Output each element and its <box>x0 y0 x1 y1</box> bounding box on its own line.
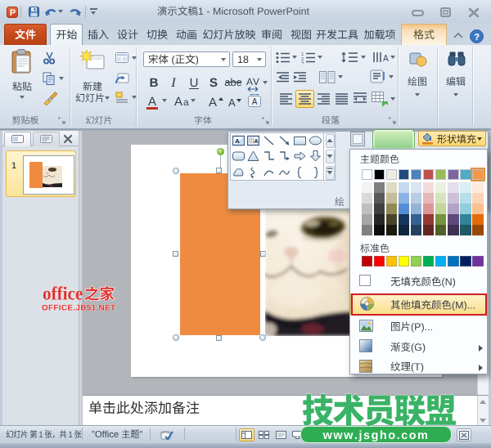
svg-text:?: ? <box>474 32 480 42</box>
svg-text:A: A <box>255 137 259 145</box>
svg-text:A: A <box>252 97 258 106</box>
svg-text:A: A <box>235 137 240 145</box>
svg-text:A: A <box>383 54 389 63</box>
svg-text:3: 3 <box>301 60 304 65</box>
